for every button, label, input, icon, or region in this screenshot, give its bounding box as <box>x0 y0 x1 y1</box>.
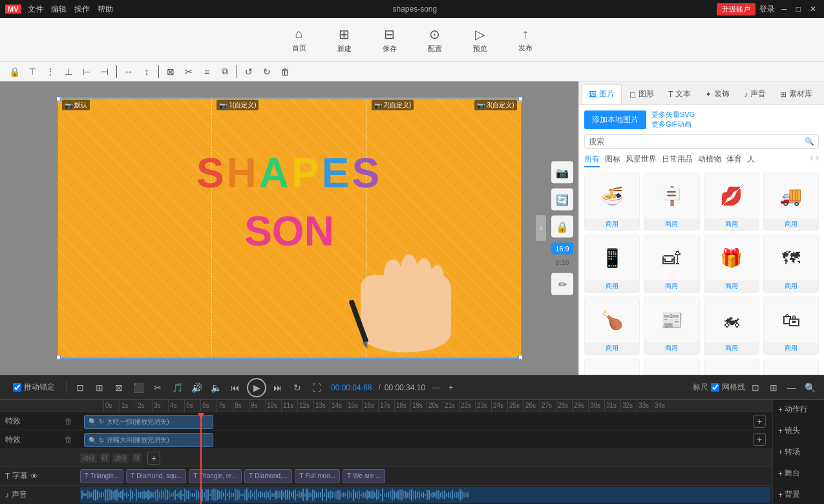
lock-tool[interactable]: 🔒 <box>6 64 22 79</box>
delete-tool[interactable]: 🗑 <box>277 64 293 79</box>
tab-decor[interactable]: ✦ 装饰 <box>699 84 736 104</box>
image-item-motorcycle[interactable]: 🏍 商用 <box>704 297 759 355</box>
effect-more-btn[interactable]: ··· <box>172 418 177 425</box>
effect-chip-zhang[interactable]: 🔍 ↻ 张嘴大叫(播放完消失) ··· <box>84 433 213 447</box>
add-transition-btn[interactable]: + 转场 <box>773 445 824 459</box>
tool-new[interactable]: ⊞ 新建 <box>332 26 357 54</box>
undo-tool[interactable]: ↺ <box>241 64 257 79</box>
tab-library[interactable]: ⊞ 素材库 <box>774 84 819 104</box>
tl-fullscreen-btn[interactable]: ⛶ <box>309 380 324 395</box>
track-delete-effect-2[interactable]: 🗑 <box>65 435 72 444</box>
close-button[interactable]: ✕ <box>807 5 819 14</box>
subtitle-chip-2[interactable]: T Triangle, re... <box>189 469 242 483</box>
menu-bar[interactable]: 文件 编辑 操作 帮助 <box>28 4 113 15</box>
edit-canvas-btn[interactable]: ✏ <box>551 273 573 295</box>
tl-tool-5[interactable]: ✂ <box>150 380 165 395</box>
zoom-fit-btn[interactable]: ⊡ <box>748 380 763 395</box>
align-bottom-tool[interactable]: ⊥ <box>61 64 76 79</box>
gif-link[interactable]: 更多GIF动画 <box>651 120 695 129</box>
minimize-button[interactable]: ─ <box>779 5 790 14</box>
tl-loop-btn[interactable]: ↻ <box>290 380 305 395</box>
align-center-v-tool[interactable]: ⋮ <box>43 64 58 79</box>
align-top-tool[interactable]: ⊤ <box>25 64 40 79</box>
svg-link[interactable]: 更多矢量SVG <box>651 110 695 120</box>
zoom-out-btn[interactable]: — <box>784 380 799 395</box>
cat-all[interactable]: 所有 <box>584 152 600 167</box>
image-item-more4[interactable]: 💎 商用 <box>763 359 819 375</box>
tab-shape[interactable]: ◻ 图形 <box>623 84 660 104</box>
add-local-image-button[interactable]: 添加本地图片 <box>584 110 646 129</box>
ratio-16-9-btn[interactable]: 16:9 <box>551 243 573 255</box>
tl-tool-2[interactable]: ⊞ <box>92 380 107 395</box>
image-item-truck[interactable]: 🚚 商用 <box>763 173 819 231</box>
track-delete-effect-1[interactable]: 🗑 <box>65 417 72 426</box>
tl-play-btn[interactable]: ▶ <box>247 378 266 397</box>
rotate-btn[interactable]: 🔄 <box>551 189 573 211</box>
tab-image[interactable]: 🖼 图片 <box>582 84 622 104</box>
tl-prev-frame[interactable]: ⏮ <box>227 380 243 395</box>
ratio-9-16-btn[interactable]: 9:16 <box>551 257 573 268</box>
flip-h-tool[interactable]: ↔ <box>121 64 136 79</box>
time-plus[interactable]: + <box>446 383 456 392</box>
tl-tool-3[interactable]: ⊠ <box>111 380 127 395</box>
image-item-more3[interactable]: 🌀 商用 <box>704 359 759 375</box>
tab-audio[interactable]: ♪ 声音 <box>737 84 772 104</box>
image-item-noodles[interactable]: 🍜 商用 <box>584 173 640 231</box>
action-label-1[interactable]: 动研 <box>80 453 97 463</box>
add-effect-btn-1[interactable]: + <box>753 415 766 428</box>
crop-tool[interactable]: ⊠ <box>163 64 178 79</box>
cat-nature[interactable]: 动植物 <box>698 152 721 167</box>
cat-sports[interactable]: 体育 <box>726 152 742 167</box>
tool-save[interactable]: ⊟ 保存 <box>377 26 403 54</box>
tool-preview[interactable]: ▷ 预览 <box>467 26 493 54</box>
image-item-sofa[interactable]: 🛋 商用 <box>644 235 699 293</box>
order-tool[interactable]: ≡ <box>199 64 215 79</box>
add-effect-btn-2[interactable]: + <box>753 433 766 446</box>
tl-tool-7[interactable]: 🔊 <box>189 380 204 395</box>
tab-text[interactable]: T 文本 <box>662 84 697 104</box>
flip-v-tool[interactable]: ↕ <box>139 64 154 79</box>
cat-daily[interactable]: 日常用品 <box>662 152 693 167</box>
action-label-2[interactable]: 研 <box>100 453 110 463</box>
subtitle-chip-3[interactable]: T Diamond,... <box>244 469 292 483</box>
image-item-more2[interactable]: 📋 商用 <box>644 359 699 375</box>
subtitle-chip-5[interactable]: T We are ... <box>343 469 385 483</box>
subtitle-chip-0[interactable]: T Triangle... <box>80 469 123 483</box>
image-item-gift[interactable]: 🎁 商用 <box>704 235 759 293</box>
zoom-in-btn[interactable]: ⊞ <box>766 380 781 395</box>
image-item-newspaper[interactable]: 📰 商用 <box>644 297 699 355</box>
maximize-button[interactable]: □ <box>794 5 803 14</box>
tl-tool-4[interactable]: ⬛ <box>131 380 146 395</box>
add-action-row-btn[interactable]: + 动作行 <box>773 403 824 416</box>
cut-tool[interactable]: ✂ <box>181 64 196 79</box>
add-special-btn[interactable]: + <box>147 452 160 465</box>
lock-canvas-btn[interactable]: 🔒 <box>551 216 573 238</box>
menu-action[interactable]: 操作 <box>74 4 90 15</box>
menu-file[interactable]: 文件 <box>28 4 43 15</box>
action-label-4[interactable]: 研 <box>132 453 142 463</box>
canvas[interactable]: 📷默认 📷1(自定义) 📷2(自定义) 📷3(自定义) SHAPES SON <box>57 98 522 359</box>
tool-publish[interactable]: ↑ 发布 <box>512 26 538 53</box>
upgrade-button[interactable]: 升级账户 <box>717 3 755 16</box>
tl-tool-8[interactable]: 🔈 <box>208 380 224 395</box>
align-left-tool[interactable]: ⊢ <box>79 64 94 79</box>
menu-help[interactable]: 帮助 <box>98 4 113 15</box>
image-item-phone[interactable]: 📱 商用 <box>584 235 640 293</box>
autofit-checkbox[interactable] <box>13 383 21 392</box>
grid-checkbox[interactable] <box>711 383 719 392</box>
expand-arrow[interactable]: › <box>536 215 546 241</box>
tl-tool-6[interactable]: 🎵 <box>169 380 185 395</box>
subtitle-chip-4[interactable]: T Full moo... <box>295 469 340 483</box>
tl-next-frame[interactable]: ⏭ <box>270 380 286 395</box>
image-item-sign[interactable]: 🪧 商用 <box>644 173 699 231</box>
login-button[interactable]: 登录 <box>759 4 775 15</box>
action-label-3[interactable]: 滤研 <box>112 453 129 463</box>
image-item-map[interactable]: 🗺 商用 <box>763 235 819 293</box>
image-item-bag[interactable]: 🛍 商用 <box>763 297 819 355</box>
tl-tool-1[interactable]: ⊡ <box>72 380 88 395</box>
group-tool[interactable]: ⧉ <box>217 64 233 79</box>
redo-tool[interactable]: ↻ <box>259 64 275 79</box>
cat-next[interactable]: › <box>816 152 819 167</box>
image-item-lips[interactable]: 💋 商用 <box>704 173 759 231</box>
image-item-more1[interactable]: 🍲 商用 <box>584 359 640 375</box>
